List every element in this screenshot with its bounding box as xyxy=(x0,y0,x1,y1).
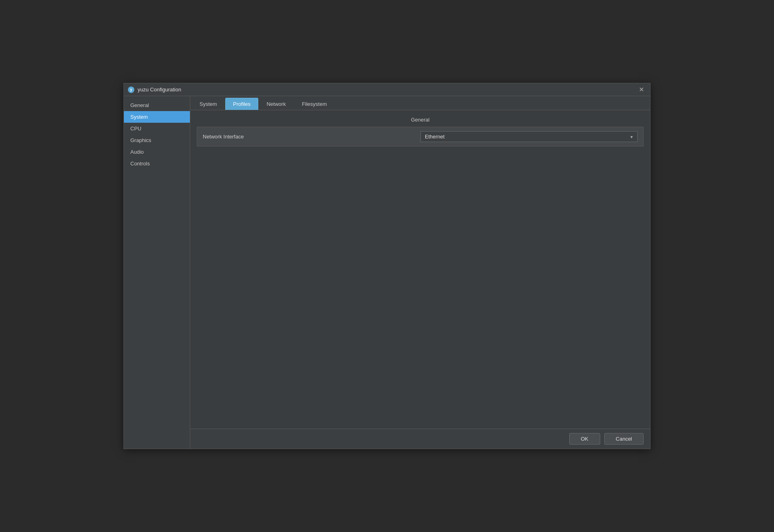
tab-network[interactable]: Network xyxy=(259,98,294,110)
sidebar: General System CPU Graphics Audio Contro… xyxy=(124,96,190,449)
sidebar-item-system[interactable]: System xyxy=(124,111,190,123)
cancel-button[interactable]: Cancel xyxy=(604,433,644,445)
title-bar: y yuzu Configuration ✕ xyxy=(124,83,650,96)
close-button[interactable]: ✕ xyxy=(636,85,646,95)
sidebar-item-general[interactable]: General xyxy=(124,99,190,111)
network-interface-label: Network Interface xyxy=(203,134,420,140)
tab-content: General Network Interface Ethernet Wi-Fi… xyxy=(190,110,650,429)
main-window: y yuzu Configuration ✕ General System CP… xyxy=(124,83,650,449)
sidebar-item-controls[interactable]: Controls xyxy=(124,158,190,169)
sidebar-item-cpu[interactable]: CPU xyxy=(124,123,190,134)
content-area: General System CPU Graphics Audio Contro… xyxy=(124,96,650,449)
tab-bar: System Profiles Network Filesystem xyxy=(190,96,650,110)
network-interface-select[interactable]: Ethernet Wi-Fi Loopback xyxy=(420,131,638,142)
sidebar-item-graphics[interactable]: Graphics xyxy=(124,134,190,146)
main-panel: System Profiles Network Filesystem Gener… xyxy=(190,96,650,449)
window-title: yuzu Configuration xyxy=(138,87,181,93)
tab-system[interactable]: System xyxy=(192,98,224,110)
section-title: General xyxy=(197,117,644,123)
network-interface-control: Ethernet Wi-Fi Loopback xyxy=(420,131,638,142)
app-icon: y xyxy=(128,87,134,93)
footer: OK Cancel xyxy=(190,429,650,449)
network-interface-row: Network Interface Ethernet Wi-Fi Loopbac… xyxy=(197,127,644,146)
tab-filesystem[interactable]: Filesystem xyxy=(294,98,334,110)
ok-button[interactable]: OK xyxy=(569,433,600,445)
network-interface-select-wrapper: Ethernet Wi-Fi Loopback xyxy=(420,131,638,142)
tab-profiles[interactable]: Profiles xyxy=(225,98,258,110)
title-bar-left: y yuzu Configuration xyxy=(128,87,181,93)
sidebar-item-audio[interactable]: Audio xyxy=(124,146,190,158)
